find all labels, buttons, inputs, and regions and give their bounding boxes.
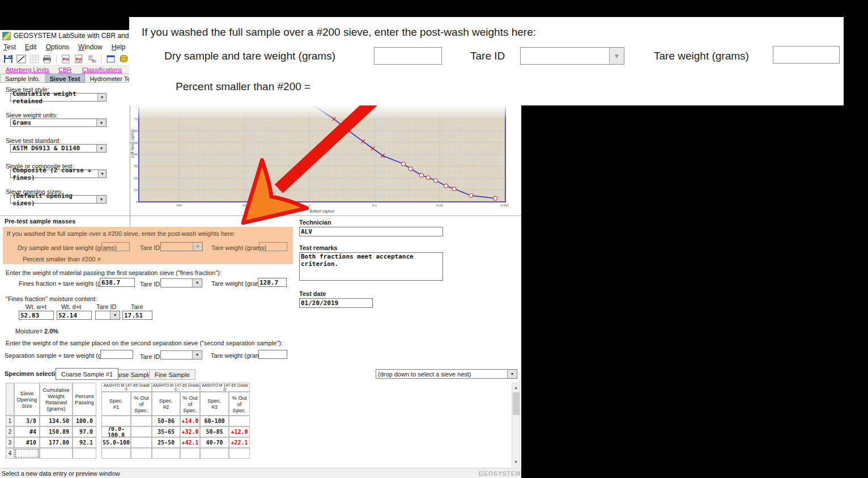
database-icon[interactable] (118, 53, 129, 64)
grid-cell-spec2[interactable]: 35-65 (152, 426, 180, 437)
grid-cell-spec3[interactable]: 40-70 (200, 437, 229, 448)
callout-heading: If you washed the full sample over a #20… (142, 26, 536, 39)
grid-cell-weight[interactable]: 177.80 (40, 437, 73, 448)
grid-cell-out2[interactable]: +42.1 (180, 437, 200, 448)
select-sieve-opening-sizes[interactable]: (Default opening sizes)▼ (10, 195, 107, 204)
separation-tareid-select[interactable]: ▼ (160, 350, 202, 359)
grid-cell-passing[interactable]: 92.1 (73, 437, 96, 448)
scroll-up-icon[interactable]: ▲ (512, 383, 520, 392)
grid-cell-spec1[interactable] (101, 448, 131, 459)
grid-cell-out1[interactable] (131, 426, 152, 437)
select-value: (Default opening sizes) (12, 192, 96, 207)
preview-window-icon[interactable] (105, 53, 116, 64)
module-link-cbr[interactable]: CBR (58, 66, 71, 73)
grid-row-number[interactable]: 3 (6, 437, 14, 448)
grid-cell-out1[interactable] (131, 437, 152, 448)
wt-wt-input[interactable] (19, 311, 54, 320)
menu-options[interactable]: Options (46, 43, 69, 51)
grid-cell-size[interactable] (14, 448, 40, 459)
grid-cell-out2[interactable]: +14.0 (180, 416, 200, 426)
grid-cell-spec3[interactable]: 50-85 (200, 426, 229, 437)
scroll-down-icon[interactable]: ▼ (512, 458, 520, 466)
tab-sieve-test[interactable]: Sieve Test (45, 74, 86, 83)
fines-weight-input[interactable] (100, 278, 135, 287)
grid-cell-out3[interactable] (229, 448, 250, 459)
grid-cell-out1[interactable] (131, 416, 152, 426)
grid-scrollbar[interactable]: ▲ ▼ (512, 383, 520, 467)
toolbar-icons: PdPdBc (2, 53, 129, 64)
scrollbar-thumb[interactable] (513, 392, 520, 415)
grid-cell-passing[interactable]: 97.0 (73, 426, 96, 437)
menu-edit[interactable]: Edit (25, 43, 37, 51)
select-sieve-test-standard[interactable]: ASTM D6913 & D1140▼ (10, 144, 107, 153)
callout-dry-input[interactable] (374, 47, 442, 65)
washed-tareid-select[interactable]: ▼ (160, 242, 203, 251)
menu-test[interactable]: Test (3, 43, 16, 51)
callout-tareid-select[interactable]: ▼ (520, 47, 624, 65)
grid-row-number[interactable]: 2 (6, 426, 14, 437)
save-icon[interactable] (2, 53, 14, 64)
technician-input[interactable] (299, 227, 443, 236)
grid-cell-weight[interactable]: 150.89 (40, 426, 73, 437)
select-single-or-composite-test[interactable]: Composite (2 coarse + fines)▼ (10, 170, 107, 178)
chart-icon[interactable] (15, 53, 27, 64)
grid-cell-size[interactable]: #4 (14, 426, 40, 437)
grid-cell-out3[interactable]: +12.0 (229, 426, 250, 437)
separation-weight-input[interactable] (100, 350, 133, 359)
tare-input[interactable] (122, 311, 152, 320)
grid-cell-spec1[interactable] (101, 416, 131, 426)
chevron-down-icon: ▼ (609, 48, 624, 64)
grid-cell-size[interactable]: 3/8 (14, 416, 40, 426)
data-entry-icon[interactable]: Bc (86, 53, 97, 64)
grid-cell-spec2[interactable] (152, 448, 180, 459)
grid-cell-weight[interactable]: 134.50 (40, 416, 73, 426)
grid-header-out2: % Out of Spec. (180, 392, 200, 416)
test-remarks-input[interactable]: Both fractions meet acceptance criterion… (299, 252, 443, 281)
pdf-export-alt-icon[interactable]: Pd (73, 53, 84, 64)
svg-text:50: 50 (134, 141, 138, 145)
svg-text:100: 100 (176, 204, 182, 207)
specimen-tab-fine-sample[interactable]: Fine Sample (149, 369, 195, 380)
moisture-tareid-select[interactable]: ▼ (95, 311, 120, 320)
callout-tareweight-input[interactable] (773, 46, 840, 64)
grid-cell-spec2[interactable]: 50-86 (152, 416, 180, 426)
specimen-tab-coarse-sample-1[interactable]: Coarse Sample #1 (56, 368, 118, 380)
grid-cell-spec1[interactable]: 55.0-100 (101, 437, 131, 448)
washed-tareweight-input[interactable] (259, 242, 287, 251)
svg-text:70: 70 (134, 117, 138, 121)
grid-cell-spec2[interactable]: 25-50 (152, 437, 180, 448)
print-icon[interactable] (41, 53, 53, 64)
fines-tareid-select[interactable]: ▼ (160, 278, 202, 287)
grid-cell-out1[interactable] (131, 448, 152, 459)
grid-cell-spec3[interactable] (200, 448, 229, 459)
grid-cell-size[interactable]: #10 (14, 437, 40, 448)
tab-sample-info-[interactable]: Sample Info. (0, 74, 45, 83)
module-link-classifications[interactable]: Classifications (82, 66, 122, 73)
grid-cell-spec3[interactable]: 60-100 (200, 416, 229, 426)
washed-dry-input[interactable] (101, 242, 130, 251)
grid-cell-out3[interactable] (229, 416, 250, 426)
test-date-input[interactable] (299, 298, 373, 308)
menu-help[interactable]: Help (112, 43, 126, 51)
wt-dt-input[interactable] (57, 311, 92, 320)
grid-cell-out3[interactable]: +22.1 (229, 437, 250, 448)
select-sieve-weight-units[interactable]: Grams▼ (10, 119, 107, 127)
pretest-header: Pre-test sample masses (5, 218, 75, 225)
fines-tareweight-input[interactable] (258, 278, 287, 287)
pdf-export-icon[interactable]: Pd (60, 53, 71, 64)
sieve-nest-select[interactable]: (drop down to select a sieve nest)▼ (376, 369, 517, 379)
grid-row-number[interactable]: 4 (6, 448, 14, 459)
select-sieve-test-style[interactable]: Cumulative weight retained▼ (10, 93, 107, 101)
grid-cell-out2[interactable]: +32.0 (180, 426, 200, 437)
grid-cell-out2[interactable] (180, 448, 200, 459)
grid-cell-passing[interactable] (73, 448, 96, 459)
grid-cell-weight[interactable] (40, 448, 73, 459)
menu-window[interactable]: Window (78, 43, 103, 51)
grid-cell-spec1[interactable]: 70.0-100.0 (101, 426, 131, 437)
option-label: Sieve test standard: (6, 137, 61, 144)
grid-header-weight: Cumulative Weight Retained (grams) (40, 383, 73, 416)
grid-row-number[interactable]: 1 (6, 416, 14, 426)
separation-tareweight-input[interactable] (258, 350, 287, 359)
module-link-atterberg-limits[interactable]: Atterberg Limits (6, 66, 49, 73)
grid-cell-passing[interactable]: 100.0 (73, 416, 96, 426)
